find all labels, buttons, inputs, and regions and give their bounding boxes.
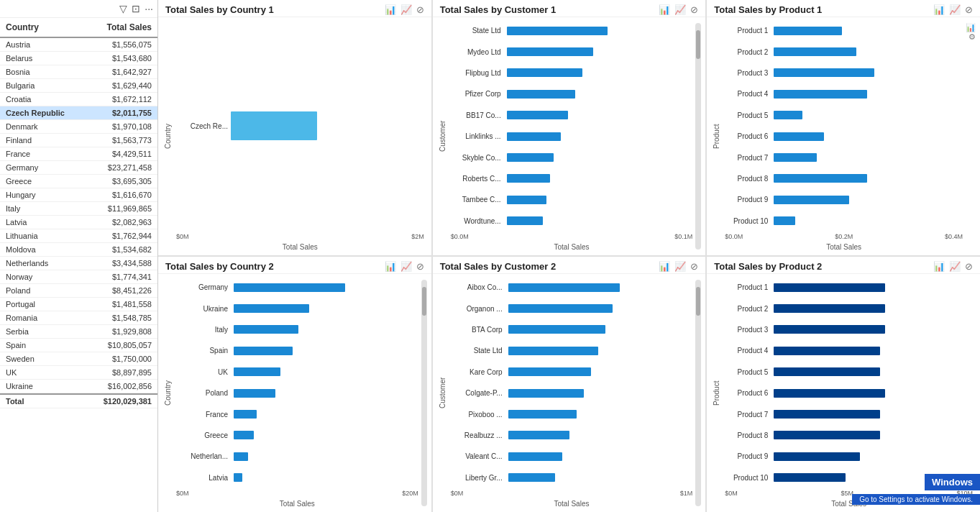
bar-row: Mydeo Ltd — [451, 46, 693, 58]
row-country: Sweden — [6, 355, 87, 363]
table-row[interactable]: Portugal $1,481,558 — [0, 298, 157, 311]
bar-row: Product 5 — [725, 109, 963, 121]
chart-icon-block[interactable]: ⊘ — [690, 4, 698, 15]
bar-label: Product 2 — [725, 48, 768, 56]
chart-icon-block[interactable]: ⊘ — [690, 261, 698, 272]
chart-icon-block[interactable]: ⊘ — [965, 261, 973, 272]
bar-label: Product 3 — [725, 69, 768, 77]
bar-row: Aibox Co... — [451, 282, 693, 293]
x-tick: $0.0M — [451, 233, 469, 240]
bar-row: Poland — [176, 388, 418, 399]
bar-label: Colgate-P... — [451, 389, 503, 397]
bar-chart-inner-customer-1: State Ltd Mydeo Ltd Flipbug Ltd Pfizer C… — [448, 20, 696, 252]
chart-icon-bar1[interactable]: 📊 — [385, 261, 396, 272]
chart-extra-icon2[interactable]: ⚙ — [968, 32, 976, 42]
chart-icon-bar1[interactable]: 📊 — [659, 261, 670, 272]
row-sales: $8,451,226 — [87, 286, 152, 295]
chart-icon-bar1[interactable]: 📊 — [933, 4, 945, 15]
table-row[interactable]: Serbia $1,929,808 — [0, 325, 157, 339]
more-icon[interactable]: ··· — [145, 3, 153, 14]
scrollbar-customer-1[interactable] — [695, 23, 701, 250]
bar-row: Organon ... — [451, 303, 693, 314]
table-row[interactable]: Germany $23,271,458 — [0, 161, 157, 175]
chart-icon-bar1[interactable]: 📊 — [385, 4, 396, 15]
chart-icon-bar2[interactable]: 📈 — [949, 261, 961, 272]
table-row[interactable]: Lithuania $1,762,944 — [0, 229, 157, 243]
table-row[interactable]: Latvia $2,082,963 — [0, 216, 157, 229]
row-country: Spain — [6, 341, 87, 349]
bar-label: Product 4 — [725, 347, 768, 355]
table-row[interactable]: Poland $8,451,226 — [0, 284, 157, 298]
x-axis-product-1: $0.0M $0.2M $0.4M — [722, 232, 966, 242]
header-total-sales: Total Sales — [87, 22, 152, 32]
row-sales: $16,002,856 — [87, 382, 152, 390]
table-row[interactable]: Austria $1,556,075 — [0, 38, 157, 52]
table-row[interactable]: Czech Republic $2,011,755 — [0, 106, 157, 120]
bar-fill — [508, 389, 584, 398]
chart-title-product-2: Total Sales by Product 2 — [714, 261, 929, 272]
chart-icon-bar2[interactable]: 📈 — [400, 261, 412, 272]
table-row[interactable]: Finland $1,563,773 — [0, 134, 157, 147]
table-row[interactable]: Hungary $1,616,670 — [0, 188, 157, 202]
bar-label: Flipbug Ltd — [451, 69, 501, 77]
bar-row: Italy — [176, 324, 418, 335]
chart-title-country-2: Total Sales by Country 2 — [165, 261, 380, 272]
table-row[interactable]: Sweden $1,750,000 — [0, 352, 157, 366]
row-country: Lithuania — [6, 232, 87, 240]
chart-icon-block[interactable]: ⊘ — [416, 261, 424, 272]
bar-fill — [234, 347, 293, 355]
bar-row: Product 2 — [725, 46, 963, 58]
y-axis-product-2: Product — [711, 277, 722, 509]
chart-icon-bar2[interactable]: 📈 — [674, 261, 686, 272]
table-row[interactable]: Denmark $1,970,108 — [0, 120, 157, 134]
bars-area-customer-2: Aibox Co... Organon ... BTA Corp State L… — [448, 277, 696, 488]
scrollbar-country-2[interactable] — [421, 280, 427, 506]
bar-row: Roberts C... — [451, 173, 693, 184]
table-row[interactable]: Greece $3,695,305 — [0, 175, 157, 188]
bar-chart-inner-customer-2: Aibox Co... Organon ... BTA Corp State L… — [448, 277, 696, 509]
row-sales: $4,429,511 — [87, 150, 152, 158]
chart-icon-bar2[interactable]: 📈 — [949, 4, 961, 15]
bar-label: BTA Corp — [451, 326, 503, 334]
bar-label: Product 4 — [725, 90, 768, 98]
table-row[interactable]: France $4,429,511 — [0, 147, 157, 161]
scrollbar-customer-2[interactable] — [695, 280, 701, 506]
table-row[interactable]: Moldova $1,534,682 — [0, 243, 157, 257]
chart-icon-bar2[interactable]: 📈 — [400, 4, 412, 15]
chart-icon-bar2[interactable]: 📈 — [674, 4, 686, 15]
table-row[interactable]: Bulgaria $1,629,440 — [0, 79, 157, 93]
chart-icon-bar1[interactable]: 📊 — [659, 4, 670, 15]
table-body[interactable]: Austria $1,556,075 Belarus $1,543,680 Bo… — [0, 38, 157, 512]
bar-fill — [774, 452, 860, 461]
bar-chart-country-2: Country Germany Ukraine Italy Spain UK P… — [162, 277, 421, 509]
bar-fill — [508, 304, 613, 313]
row-country: Portugal — [6, 300, 87, 308]
bar-chart-product-1: Product Product 1 Product 2 Product 3 Pr… — [711, 20, 966, 252]
table-row[interactable]: UK $8,897,895 — [0, 366, 157, 380]
chart-product-2: Total Sales by Product 2 📊 📈 ⊘ Product P… — [707, 257, 980, 512]
bar-label: Product 10 — [725, 217, 768, 225]
table-row[interactable]: Netherlands $3,434,588 — [0, 257, 157, 270]
row-sales: $1,563,773 — [87, 136, 152, 145]
table-row[interactable]: Spain $10,805,057 — [0, 339, 157, 352]
row-country: Finland — [6, 136, 87, 145]
row-country: UK — [6, 368, 87, 377]
table-row[interactable]: Romania $1,548,785 — [0, 311, 157, 325]
bar-label: Spain — [176, 347, 228, 355]
table-row[interactable]: Ukraine $16,002,856 — [0, 380, 157, 393]
table-row[interactable]: Belarus $1,543,680 — [0, 52, 157, 65]
chart-icon-block[interactable]: ⊘ — [416, 4, 424, 15]
table-row[interactable]: Bosnia $1,642,927 — [0, 65, 157, 79]
total-label: Total — [6, 397, 87, 406]
bar-label: Product 3 — [725, 326, 768, 334]
expand-icon[interactable]: ⊡ — [132, 3, 140, 14]
chart-extra-icon[interactable]: 📊 — [966, 23, 976, 32]
table-row[interactable]: Italy $11,969,865 — [0, 202, 157, 216]
table-row[interactable]: Norway $1,774,341 — [0, 270, 157, 284]
chart-icon-block[interactable]: ⊘ — [965, 4, 973, 15]
bar-row: Realbuzz ... — [451, 429, 693, 441]
chart-icon-bar1[interactable]: 📊 — [933, 261, 945, 272]
table-row[interactable]: Croatia $1,672,112 — [0, 93, 157, 106]
bar-fill — [234, 431, 254, 439]
filter-icon[interactable]: ▽ — [119, 3, 127, 14]
